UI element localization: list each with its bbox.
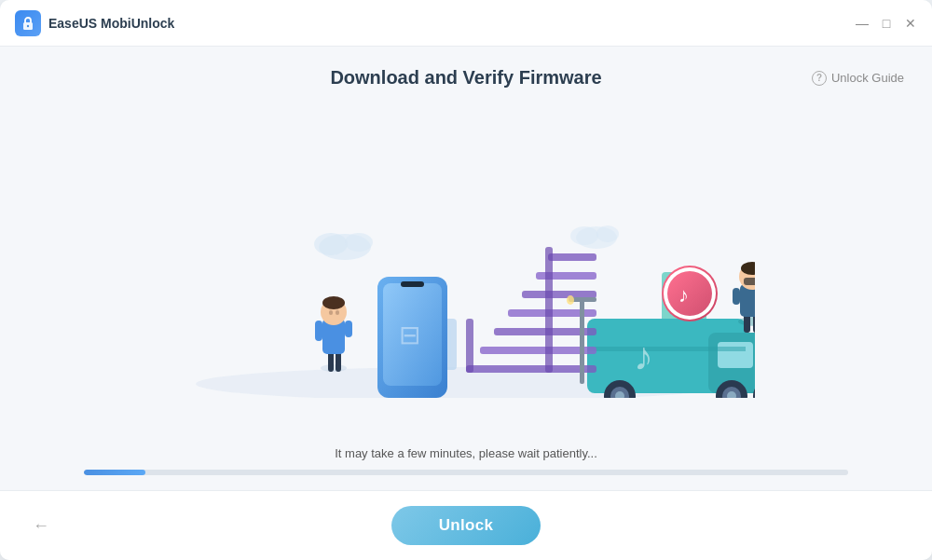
app-logo: [15, 10, 41, 36]
svg-rect-52: [336, 351, 341, 372]
illustration: ♪: [0, 98, 932, 437]
svg-point-14: [570, 226, 598, 245]
unlock-guide-label: Unlock Guide: [831, 71, 904, 85]
svg-rect-55: [345, 321, 352, 337]
svg-point-48: [667, 271, 712, 316]
svg-rect-54: [315, 321, 322, 341]
page-title: Download and Verify Firmware: [330, 67, 601, 89]
svg-rect-37: [466, 319, 473, 373]
illustration-area: ♪: [0, 98, 932, 437]
svg-text:♪: ♪: [634, 335, 653, 378]
svg-point-12: [345, 233, 373, 252]
svg-point-15: [596, 225, 619, 242]
progress-section: It may take a few minutes, please wait p…: [28, 437, 904, 490]
svg-text:♪: ♪: [678, 283, 689, 307]
unlock-button[interactable]: Unlock: [391, 506, 541, 545]
maximize-button[interactable]: □: [880, 17, 893, 30]
progress-bar-fill: [84, 470, 145, 475]
svg-rect-36: [548, 253, 596, 261]
svg-rect-38: [545, 247, 553, 373]
svg-rect-30: [466, 365, 596, 373]
progress-bar-container: [84, 470, 848, 475]
window-controls: — □ ✕: [856, 17, 917, 30]
minimize-button[interactable]: —: [856, 17, 869, 30]
svg-rect-68: [744, 278, 755, 285]
svg-point-1: [27, 24, 29, 26]
svg-rect-51: [328, 351, 334, 372]
svg-rect-59: [336, 310, 339, 315]
svg-text:⊟: ⊟: [399, 321, 420, 349]
svg-rect-39: [580, 300, 584, 384]
app-title: EaseUS MobiUnlock: [48, 16, 856, 31]
svg-rect-44: [401, 281, 424, 287]
main-content: Download and Verify Firmware ? Unlock Gu…: [0, 47, 932, 490]
svg-rect-58: [329, 310, 333, 315]
svg-rect-35: [536, 272, 596, 280]
svg-rect-19: [587, 347, 746, 351]
back-button[interactable]: ←: [28, 512, 54, 539]
close-button[interactable]: ✕: [904, 17, 917, 30]
svg-rect-34: [522, 291, 596, 298]
svg-rect-64: [733, 288, 740, 305]
svg-point-57: [322, 296, 345, 309]
footer: ← Unlock: [0, 490, 932, 560]
svg-point-41: [567, 295, 574, 305]
help-icon: ?: [812, 71, 827, 86]
unlock-guide-button[interactable]: ? Unlock Guide: [812, 71, 904, 86]
title-bar: EaseUS MobiUnlock — □ ✕: [0, 0, 932, 47]
svg-point-11: [314, 233, 348, 255]
svg-rect-18: [718, 342, 753, 368]
page-header: Download and Verify Firmware ? Unlock Gu…: [28, 47, 904, 98]
app-window: EaseUS MobiUnlock — □ ✕ Download and Ver…: [0, 0, 932, 560]
progress-status-text: It may take a few minutes, please wait p…: [84, 446, 848, 460]
svg-rect-31: [480, 347, 596, 354]
